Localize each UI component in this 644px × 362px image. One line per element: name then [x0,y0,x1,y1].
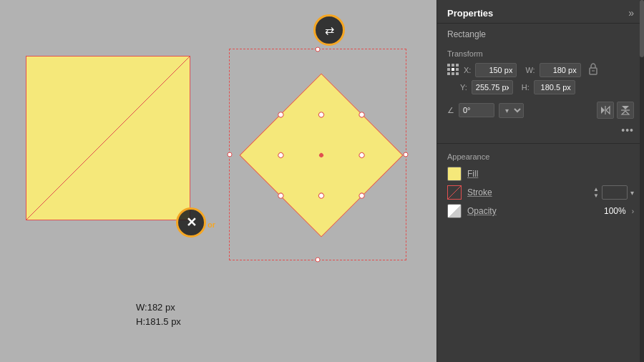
diamond-anchor-bottom[interactable] [277,192,285,200]
panel-header: Properties » [437,0,644,24]
flip-vertical-btn[interactable] [617,102,634,119]
box-anchor-left[interactable] [228,152,233,157]
w-label: W: [525,66,535,74]
stroke-up-arrow[interactable]: ▲ [593,187,599,192]
w-input[interactable] [540,63,581,77]
y-input[interactable] [472,80,513,94]
diamond-anchor-top[interactable] [358,111,366,119]
opacity-row: Opacity 100% › [447,204,634,218]
stroke-label[interactable]: Stroke [467,187,587,197]
lock-icon[interactable] [588,62,598,75]
flip-h-icon [600,105,610,115]
scrollbar-thumb[interactable] [640,0,644,57]
svg-marker-7 [622,111,629,114]
diamond-anchor-bl[interactable] [277,151,285,159]
box-anchor-top[interactable] [316,47,321,52]
shape-square[interactable] [26,56,190,220]
panel-chevron[interactable]: » [628,7,634,19]
lock-icon-container [588,62,598,77]
diamond-anchor-tr[interactable] [358,151,366,159]
flip-v-icon [620,105,630,115]
canvas-area: ✕ or W:182 px H:181.5 px ⇄ [0,0,438,362]
opacity-icon [447,204,462,218]
diamond-wrapper [239,73,404,238]
stroke-color-box[interactable] [602,185,628,200]
angle-dropdown[interactable]: ▾ [499,103,524,118]
shape-square-container: ✕ or [13,43,206,243]
stroke-row: Stroke ▲ ▼ ▾ [447,185,634,200]
box-anchor-right[interactable] [404,152,409,157]
svg-marker-2 [601,107,605,114]
panel-scrollbar[interactable] [640,0,644,362]
transform-fields: X: W: Y: H: [437,61,644,99]
opacity-expand-arrow[interactable]: › [632,207,634,215]
x-label: X: [464,66,471,74]
panel-title: Properties [447,8,493,19]
x-input[interactable] [475,63,517,77]
stroke-down-arrow[interactable]: ▼ [593,193,599,199]
properties-panel: Properties » Rectangle Transform X: W: [436,0,644,362]
opacity-label[interactable]: Opacity [467,206,598,216]
fill-label[interactable]: Fill [467,169,634,179]
diamond-center-dot [318,152,324,158]
diamond-anchor-tl[interactable] [317,111,325,119]
more-options-btn[interactable]: ••• [621,124,634,136]
diamond-anchor-left[interactable] [277,111,285,119]
box-anchor-bottom[interactable] [316,258,321,263]
stroke-dropdown-arrow[interactable]: ▾ [630,189,634,197]
angle-row: ∠ ▾ [437,99,644,123]
reference-point-grid[interactable] [447,64,459,76]
double-arrow-icon: ⇄ [325,24,334,37]
dimensions-label: W:182 px H:181.5 px [136,300,181,328]
stroke-icon[interactable] [447,185,462,200]
fill-color-swatch[interactable] [447,167,462,181]
flip-horizontal-btn[interactable] [597,102,614,119]
appearance-section: Appearance Fill Stroke ▲ ▼ ▾ [437,147,644,222]
shape-diamond-container: ⇄ [229,36,429,308]
flip-buttons [597,102,634,119]
stroke-updown: ▲ ▼ [593,187,599,199]
shape-diamond[interactable] [239,73,403,237]
diamond-anchor-right[interactable] [358,192,366,200]
rotate-handle-bottomright[interactable]: ✕ [176,207,206,238]
fill-row: Fill [447,167,634,181]
y-label: Y: [460,83,467,92]
cross-arrow-icon: ✕ [186,216,197,229]
transform-label: Transform [437,44,644,61]
opacity-value: 100% [604,206,626,216]
appearance-label: Appearance [447,152,634,161]
panel-subtitle: Rectangle [437,24,644,44]
angle-input[interactable] [459,103,494,117]
rotate-handle-top[interactable]: ⇄ [313,14,345,46]
stroke-controls: ▲ ▼ ▾ [593,185,634,200]
or-label: or [208,220,215,229]
h-input[interactable] [534,80,575,94]
angle-symbol: ∠ [447,106,454,115]
h-label: H: [522,83,530,92]
more-row: ••• [437,123,644,140]
svg-marker-5 [622,106,629,109]
diamond-anchor-br[interactable] [317,192,325,200]
svg-marker-4 [606,107,610,114]
divider-1 [437,143,644,144]
